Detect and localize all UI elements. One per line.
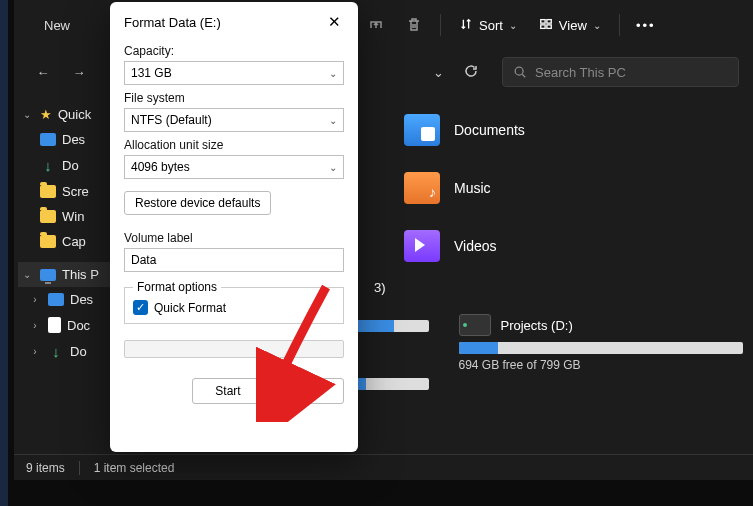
music-icon: ♪ <box>404 172 440 204</box>
chevron-down-icon: ⌄ <box>329 162 337 173</box>
delete-icon[interactable] <box>398 9 430 41</box>
allocation-select[interactable]: 4096 bytes⌄ <box>124 155 344 179</box>
status-selected: 1 item selected <box>94 461 175 475</box>
more-icon[interactable]: ••• <box>630 9 662 41</box>
checkbox-label: Quick Format <box>154 301 226 315</box>
sidebar-label: Cap <box>62 234 86 249</box>
folder-label: Videos <box>454 238 497 254</box>
folder-icon <box>40 235 56 248</box>
sidebar: ⌄★Quick Des ↓Do Scre Win Cap ⌄This P ›De… <box>14 94 124 454</box>
svg-point-5 <box>515 67 523 75</box>
sort-icon <box>459 17 473 34</box>
chevron-down-icon: ⌄ <box>329 115 337 126</box>
sidebar-item[interactable]: ›↓Do <box>18 338 124 365</box>
sidebar-item[interactable]: ↓Do <box>18 152 124 179</box>
dialog-title: Format Data (E:) <box>124 15 221 30</box>
format-dialog: Format Data (E:) ✕ Capacity: 131 GB⌄ Fil… <box>110 2 358 452</box>
sidebar-label: This P <box>62 267 99 282</box>
view-label: View <box>559 18 587 33</box>
sidebar-item[interactable]: ›Des <box>18 287 124 312</box>
svg-rect-4 <box>547 24 551 28</box>
address-chevron[interactable]: ⌄ <box>426 65 450 80</box>
document-icon <box>48 317 61 333</box>
sidebar-label: Quick <box>58 107 91 122</box>
documents-icon <box>404 114 440 146</box>
videos-icon <box>404 230 440 262</box>
status-bar: 9 items 1 item selected <box>14 454 753 480</box>
folder-icon <box>40 210 56 223</box>
chevron-down-icon: ⌄ <box>329 68 337 79</box>
drive-capacity-bar <box>459 342 744 354</box>
sidebar-item[interactable]: Cap <box>18 229 124 254</box>
volume-label-label: Volume label <box>124 231 344 245</box>
start-button[interactable]: Start <box>192 378 264 404</box>
partial-drive-letter: 3) <box>374 280 386 295</box>
svg-rect-3 <box>541 24 545 28</box>
forward-button[interactable]: → <box>64 57 94 87</box>
folder-music[interactable]: ♪ Music <box>404 172 525 204</box>
status-item-count: 9 items <box>26 461 65 475</box>
star-icon: ★ <box>40 107 52 122</box>
sidebar-label: Scre <box>62 184 89 199</box>
sidebar-label: Des <box>62 132 85 147</box>
view-icon <box>539 17 553 34</box>
search-icon <box>513 65 527 79</box>
close-icon[interactable]: ✕ <box>324 12 344 32</box>
drive-d[interactable]: Projects (D:) 694 GB free of 799 GB <box>459 314 744 408</box>
drive-name: Projects (D:) <box>501 318 573 333</box>
checkbox-icon: ✓ <box>133 300 148 315</box>
new-button[interactable]: New <box>28 14 78 37</box>
svg-rect-2 <box>547 19 551 23</box>
sidebar-item[interactable]: ›Doc <box>18 312 124 338</box>
sidebar-item[interactable]: Win <box>18 204 124 229</box>
sidebar-label: Do <box>70 344 87 359</box>
filesystem-select[interactable]: NTFS (Default)⌄ <box>124 108 344 132</box>
sidebar-label: Win <box>62 209 84 224</box>
quick-format-checkbox[interactable]: ✓ Quick Format <box>133 300 335 315</box>
sidebar-quick-access[interactable]: ⌄★Quick <box>18 102 124 127</box>
restore-defaults-button[interactable]: Restore device defaults <box>124 191 271 215</box>
folder-icon <box>40 185 56 198</box>
desktop-icon <box>40 133 56 146</box>
drive-free-text: 694 GB free of 799 GB <box>459 358 744 372</box>
view-button[interactable]: View ⌄ <box>531 11 609 40</box>
chevron-down-icon: ⌄ <box>509 20 517 31</box>
folder-label: Documents <box>454 122 525 138</box>
search-input[interactable]: Search This PC <box>502 57 739 87</box>
combo-value: 4096 bytes <box>131 160 190 174</box>
search-placeholder: Search This PC <box>535 65 626 80</box>
sidebar-label: Doc <box>67 318 90 333</box>
sidebar-item[interactable]: Scre <box>18 179 124 204</box>
back-button[interactable]: ← <box>28 57 58 87</box>
sidebar-item[interactable]: Des <box>18 127 124 152</box>
drive-icon <box>459 314 491 336</box>
combo-value: NTFS (Default) <box>131 113 212 127</box>
sidebar-this-pc[interactable]: ⌄This P <box>18 262 124 287</box>
sort-label: Sort <box>479 18 503 33</box>
download-icon: ↓ <box>48 343 64 360</box>
svg-rect-1 <box>541 19 545 23</box>
share-icon[interactable] <box>360 9 392 41</box>
download-icon: ↓ <box>40 157 56 174</box>
new-label: New <box>44 18 70 33</box>
input-value: Data <box>131 253 156 267</box>
refresh-button[interactable] <box>456 63 486 82</box>
allocation-label: Allocation unit size <box>124 138 344 152</box>
capacity-label: Capacity: <box>124 44 344 58</box>
sidebar-label: Do <box>62 158 79 173</box>
close-button[interactable]: Close <box>272 378 344 404</box>
format-options-legend: Format options <box>133 280 221 294</box>
folder-documents[interactable]: Documents <box>404 114 525 146</box>
format-options-group: Format options ✓ Quick Format <box>124 280 344 324</box>
chevron-down-icon: ⌄ <box>593 20 601 31</box>
progress-bar <box>124 340 344 358</box>
combo-value: 131 GB <box>131 66 172 80</box>
pc-icon <box>40 269 56 281</box>
volume-label-input[interactable]: Data <box>124 248 344 272</box>
folder-label: Music <box>454 180 491 196</box>
filesystem-label: File system <box>124 91 344 105</box>
capacity-select[interactable]: 131 GB⌄ <box>124 61 344 85</box>
folder-videos[interactable]: Videos <box>404 230 525 262</box>
sort-button[interactable]: Sort ⌄ <box>451 11 525 40</box>
sidebar-label: Des <box>70 292 93 307</box>
